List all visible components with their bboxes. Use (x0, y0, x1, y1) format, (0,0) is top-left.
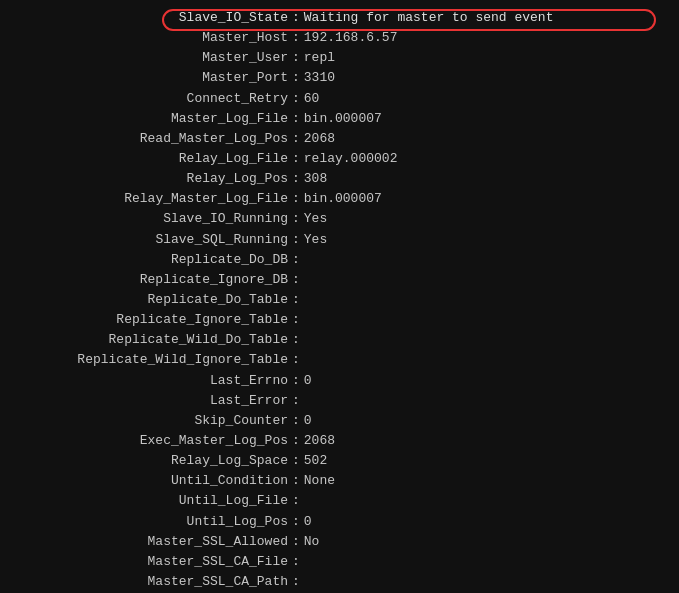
row-key: Read_Master_Log_Pos (10, 129, 290, 149)
row-value: 2068 (302, 129, 335, 149)
row-value: None (302, 471, 335, 491)
row-colon: : (290, 391, 302, 411)
row-key: Slave_IO_Running (10, 209, 290, 229)
table-row: Master_Port:3310 (10, 68, 669, 88)
row-value (302, 391, 304, 411)
terminal: Slave_IO_State:Waiting for master to sen… (0, 0, 679, 593)
row-key: Replicate_Wild_Ignore_Table (10, 350, 290, 370)
row-key: Replicate_Do_DB (10, 250, 290, 270)
table-row: Slave_IO_Running:Yes (10, 209, 669, 229)
row-key: Master_SSL_Allowed (10, 532, 290, 552)
row-value: repl (302, 48, 335, 68)
table-row: Slave_SQL_Running:Yes (10, 230, 669, 250)
row-value (302, 330, 304, 350)
row-colon: : (290, 48, 302, 68)
row-value (302, 491, 304, 511)
row-key: Master_Port (10, 68, 290, 88)
row-value: Waiting for master to send event (302, 8, 554, 28)
row-key: Last_Error (10, 391, 290, 411)
row-value: Yes (302, 230, 327, 250)
row-colon: : (290, 572, 302, 592)
row-value: bin.000007 (302, 109, 382, 129)
table-row: Replicate_Do_Table: (10, 290, 669, 310)
table-row: Replicate_Wild_Do_Table: (10, 330, 669, 350)
row-colon: : (290, 270, 302, 290)
row-colon: : (290, 230, 302, 250)
row-key: Master_SSL_CA_Path (10, 572, 290, 592)
row-colon: : (290, 532, 302, 552)
row-value (302, 350, 304, 370)
row-colon: : (290, 371, 302, 391)
row-value: 0 (302, 512, 312, 532)
row-key: Connect_Retry (10, 89, 290, 109)
table-row: Relay_Master_Log_File:bin.000007 (10, 189, 669, 209)
table-row: Last_Errno:0 (10, 371, 669, 391)
row-key: Master_SSL_CA_File (10, 552, 290, 572)
row-value: 60 (302, 89, 320, 109)
table-row: Master_Host:192.168.6.57 (10, 28, 669, 48)
row-value: 502 (302, 451, 327, 471)
row-value: No (302, 532, 320, 552)
table-row: Master_Log_File:bin.000007 (10, 109, 669, 129)
row-colon: : (290, 28, 302, 48)
row-colon: : (290, 431, 302, 451)
row-value: 0 (302, 411, 312, 431)
table-row: Replicate_Ignore_Table: (10, 310, 669, 330)
row-key: Relay_Log_Space (10, 451, 290, 471)
row-colon: : (290, 209, 302, 229)
row-key: Replicate_Ignore_Table (10, 310, 290, 330)
table-row: Connect_Retry:60 (10, 89, 669, 109)
row-colon: : (290, 330, 302, 350)
row-colon: : (290, 491, 302, 511)
row-key: Replicate_Ignore_DB (10, 270, 290, 290)
row-value: 0 (302, 371, 312, 391)
row-key: Until_Log_File (10, 491, 290, 511)
row-key: Last_Errno (10, 371, 290, 391)
row-colon: : (290, 169, 302, 189)
row-key: Master_Log_File (10, 109, 290, 129)
table-row: Master_SSL_Allowed:No (10, 532, 669, 552)
row-colon: : (290, 471, 302, 491)
row-value: 2068 (302, 431, 335, 451)
row-key: Skip_Counter (10, 411, 290, 431)
table-row: Replicate_Do_DB: (10, 250, 669, 270)
row-key: Relay_Log_Pos (10, 169, 290, 189)
row-colon: : (290, 8, 302, 28)
row-value (302, 250, 304, 270)
row-value (302, 290, 304, 310)
row-colon: : (290, 310, 302, 330)
row-colon: : (290, 189, 302, 209)
row-colon: : (290, 250, 302, 270)
row-colon: : (290, 512, 302, 532)
row-value: 308 (302, 169, 327, 189)
row-key: Exec_Master_Log_Pos (10, 431, 290, 451)
row-key: Relay_Log_File (10, 149, 290, 169)
row-value: relay.000002 (302, 149, 398, 169)
table-row: Until_Condition:None (10, 471, 669, 491)
table-row: Skip_Counter:0 (10, 411, 669, 431)
row-colon: : (290, 552, 302, 572)
row-value (302, 310, 304, 330)
table-row: Master_SSL_CA_Path: (10, 572, 669, 592)
row-key: Slave_SQL_Running (10, 230, 290, 250)
row-value: bin.000007 (302, 189, 382, 209)
table-row: Slave_IO_State:Waiting for master to sen… (10, 8, 669, 28)
row-value: 192.168.6.57 (302, 28, 398, 48)
table-row: Until_Log_Pos:0 (10, 512, 669, 532)
row-value (302, 552, 304, 572)
row-value (302, 270, 304, 290)
row-colon: : (290, 350, 302, 370)
row-key: Slave_IO_State (10, 8, 290, 28)
row-value (302, 572, 304, 592)
table-row: Master_User:repl (10, 48, 669, 68)
row-key: Master_Host (10, 28, 290, 48)
row-key: Replicate_Do_Table (10, 290, 290, 310)
table-row: Master_SSL_CA_File: (10, 552, 669, 572)
table-row: Last_Error: (10, 391, 669, 411)
table-row: Exec_Master_Log_Pos:2068 (10, 431, 669, 451)
row-colon: : (290, 129, 302, 149)
row-key: Master_User (10, 48, 290, 68)
table-row: Read_Master_Log_Pos:2068 (10, 129, 669, 149)
row-key: Replicate_Wild_Do_Table (10, 330, 290, 350)
table-row: Replicate_Wild_Ignore_Table: (10, 350, 669, 370)
